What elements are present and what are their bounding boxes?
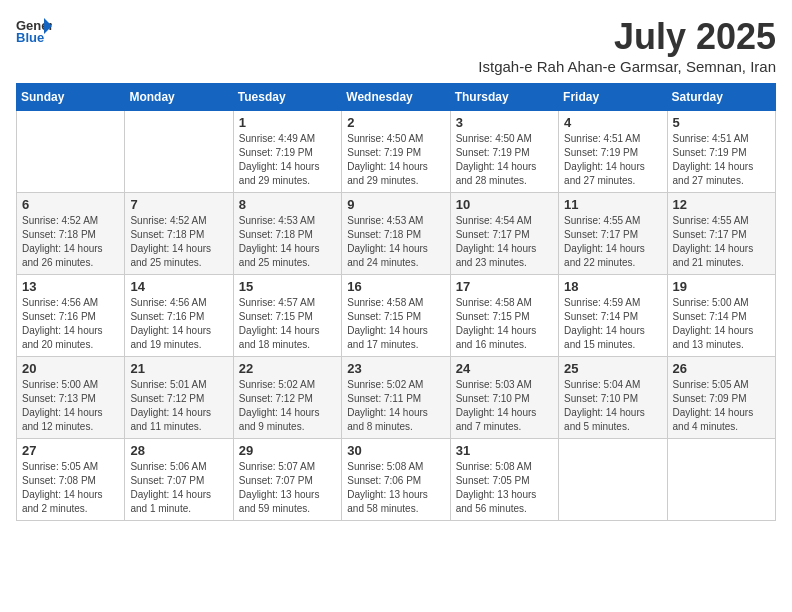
calendar-cell: 24Sunrise: 5:03 AM Sunset: 7:10 PM Dayli… [450, 357, 558, 439]
day-info: Sunrise: 4:59 AM Sunset: 7:14 PM Dayligh… [564, 296, 661, 352]
day-info: Sunrise: 4:56 AM Sunset: 7:16 PM Dayligh… [22, 296, 119, 352]
calendar-cell: 10Sunrise: 4:54 AM Sunset: 7:17 PM Dayli… [450, 193, 558, 275]
day-info: Sunrise: 5:07 AM Sunset: 7:07 PM Dayligh… [239, 460, 336, 516]
day-info: Sunrise: 5:08 AM Sunset: 7:06 PM Dayligh… [347, 460, 444, 516]
calendar-cell: 12Sunrise: 4:55 AM Sunset: 7:17 PM Dayli… [667, 193, 775, 275]
day-info: Sunrise: 5:00 AM Sunset: 7:14 PM Dayligh… [673, 296, 770, 352]
calendar-week-5: 27Sunrise: 5:05 AM Sunset: 7:08 PM Dayli… [17, 439, 776, 521]
day-info: Sunrise: 4:54 AM Sunset: 7:17 PM Dayligh… [456, 214, 553, 270]
calendar-week-1: 1Sunrise: 4:49 AM Sunset: 7:19 PM Daylig… [17, 111, 776, 193]
day-number: 13 [22, 279, 119, 294]
day-info: Sunrise: 4:51 AM Sunset: 7:19 PM Dayligh… [673, 132, 770, 188]
day-info: Sunrise: 4:51 AM Sunset: 7:19 PM Dayligh… [564, 132, 661, 188]
calendar-cell: 29Sunrise: 5:07 AM Sunset: 7:07 PM Dayli… [233, 439, 341, 521]
day-number: 26 [673, 361, 770, 376]
day-info: Sunrise: 5:05 AM Sunset: 7:08 PM Dayligh… [22, 460, 119, 516]
day-info: Sunrise: 5:06 AM Sunset: 7:07 PM Dayligh… [130, 460, 227, 516]
calendar-cell: 4Sunrise: 4:51 AM Sunset: 7:19 PM Daylig… [559, 111, 667, 193]
day-number: 17 [456, 279, 553, 294]
day-info: Sunrise: 4:52 AM Sunset: 7:18 PM Dayligh… [130, 214, 227, 270]
day-number: 8 [239, 197, 336, 212]
day-info: Sunrise: 5:01 AM Sunset: 7:12 PM Dayligh… [130, 378, 227, 434]
day-number: 5 [673, 115, 770, 130]
header-sunday: Sunday [17, 84, 125, 111]
month-title: July 2025 [478, 16, 776, 58]
calendar-cell: 1Sunrise: 4:49 AM Sunset: 7:19 PM Daylig… [233, 111, 341, 193]
day-number: 4 [564, 115, 661, 130]
day-number: 1 [239, 115, 336, 130]
calendar-cell: 21Sunrise: 5:01 AM Sunset: 7:12 PM Dayli… [125, 357, 233, 439]
day-number: 19 [673, 279, 770, 294]
calendar-week-2: 6Sunrise: 4:52 AM Sunset: 7:18 PM Daylig… [17, 193, 776, 275]
day-number: 16 [347, 279, 444, 294]
location-title: Istgah-e Rah Ahan-e Garmsar, Semnan, Ira… [478, 58, 776, 75]
calendar-cell: 11Sunrise: 4:55 AM Sunset: 7:17 PM Dayli… [559, 193, 667, 275]
day-info: Sunrise: 4:55 AM Sunset: 7:17 PM Dayligh… [564, 214, 661, 270]
calendar-header: Sunday Monday Tuesday Wednesday Thursday… [17, 84, 776, 111]
header-saturday: Saturday [667, 84, 775, 111]
day-number: 6 [22, 197, 119, 212]
day-number: 18 [564, 279, 661, 294]
day-info: Sunrise: 4:53 AM Sunset: 7:18 PM Dayligh… [239, 214, 336, 270]
day-number: 22 [239, 361, 336, 376]
day-number: 29 [239, 443, 336, 458]
day-number: 24 [456, 361, 553, 376]
day-number: 21 [130, 361, 227, 376]
calendar-cell [667, 439, 775, 521]
calendar-cell: 18Sunrise: 4:59 AM Sunset: 7:14 PM Dayli… [559, 275, 667, 357]
day-number: 31 [456, 443, 553, 458]
calendar-cell: 22Sunrise: 5:02 AM Sunset: 7:12 PM Dayli… [233, 357, 341, 439]
calendar-cell [125, 111, 233, 193]
calendar-cell: 17Sunrise: 4:58 AM Sunset: 7:15 PM Dayli… [450, 275, 558, 357]
calendar-cell: 28Sunrise: 5:06 AM Sunset: 7:07 PM Dayli… [125, 439, 233, 521]
day-info: Sunrise: 5:03 AM Sunset: 7:10 PM Dayligh… [456, 378, 553, 434]
calendar-cell: 27Sunrise: 5:05 AM Sunset: 7:08 PM Dayli… [17, 439, 125, 521]
calendar-cell: 30Sunrise: 5:08 AM Sunset: 7:06 PM Dayli… [342, 439, 450, 521]
day-info: Sunrise: 4:53 AM Sunset: 7:18 PM Dayligh… [347, 214, 444, 270]
day-info: Sunrise: 4:56 AM Sunset: 7:16 PM Dayligh… [130, 296, 227, 352]
calendar-table: Sunday Monday Tuesday Wednesday Thursday… [16, 83, 776, 521]
day-info: Sunrise: 5:02 AM Sunset: 7:12 PM Dayligh… [239, 378, 336, 434]
day-info: Sunrise: 5:04 AM Sunset: 7:10 PM Dayligh… [564, 378, 661, 434]
calendar-cell [559, 439, 667, 521]
calendar-cell: 13Sunrise: 4:56 AM Sunset: 7:16 PM Dayli… [17, 275, 125, 357]
logo: General Blue [16, 16, 52, 44]
calendar-cell: 3Sunrise: 4:50 AM Sunset: 7:19 PM Daylig… [450, 111, 558, 193]
day-number: 14 [130, 279, 227, 294]
day-number: 2 [347, 115, 444, 130]
calendar-cell: 7Sunrise: 4:52 AM Sunset: 7:18 PM Daylig… [125, 193, 233, 275]
day-number: 11 [564, 197, 661, 212]
day-number: 15 [239, 279, 336, 294]
day-info: Sunrise: 5:08 AM Sunset: 7:05 PM Dayligh… [456, 460, 553, 516]
header-thursday: Thursday [450, 84, 558, 111]
calendar-body: 1Sunrise: 4:49 AM Sunset: 7:19 PM Daylig… [17, 111, 776, 521]
calendar-cell: 15Sunrise: 4:57 AM Sunset: 7:15 PM Dayli… [233, 275, 341, 357]
calendar-cell: 23Sunrise: 5:02 AM Sunset: 7:11 PM Dayli… [342, 357, 450, 439]
day-info: Sunrise: 4:55 AM Sunset: 7:17 PM Dayligh… [673, 214, 770, 270]
calendar-cell: 2Sunrise: 4:50 AM Sunset: 7:19 PM Daylig… [342, 111, 450, 193]
day-number: 7 [130, 197, 227, 212]
day-number: 9 [347, 197, 444, 212]
day-info: Sunrise: 5:00 AM Sunset: 7:13 PM Dayligh… [22, 378, 119, 434]
day-info: Sunrise: 4:58 AM Sunset: 7:15 PM Dayligh… [347, 296, 444, 352]
calendar-cell: 20Sunrise: 5:00 AM Sunset: 7:13 PM Dayli… [17, 357, 125, 439]
day-number: 28 [130, 443, 227, 458]
day-info: Sunrise: 4:49 AM Sunset: 7:19 PM Dayligh… [239, 132, 336, 188]
day-info: Sunrise: 4:50 AM Sunset: 7:19 PM Dayligh… [456, 132, 553, 188]
day-number: 30 [347, 443, 444, 458]
page-header: General Blue July 2025 Istgah-e Rah Ahan… [16, 16, 776, 75]
day-info: Sunrise: 4:57 AM Sunset: 7:15 PM Dayligh… [239, 296, 336, 352]
logo-icon: General Blue [16, 16, 52, 44]
calendar-cell: 9Sunrise: 4:53 AM Sunset: 7:18 PM Daylig… [342, 193, 450, 275]
day-number: 23 [347, 361, 444, 376]
day-number: 27 [22, 443, 119, 458]
header-friday: Friday [559, 84, 667, 111]
day-info: Sunrise: 4:58 AM Sunset: 7:15 PM Dayligh… [456, 296, 553, 352]
calendar-cell [17, 111, 125, 193]
calendar-cell: 26Sunrise: 5:05 AM Sunset: 7:09 PM Dayli… [667, 357, 775, 439]
calendar-cell: 25Sunrise: 5:04 AM Sunset: 7:10 PM Dayli… [559, 357, 667, 439]
day-info: Sunrise: 5:05 AM Sunset: 7:09 PM Dayligh… [673, 378, 770, 434]
calendar-cell: 8Sunrise: 4:53 AM Sunset: 7:18 PM Daylig… [233, 193, 341, 275]
calendar-cell: 31Sunrise: 5:08 AM Sunset: 7:05 PM Dayli… [450, 439, 558, 521]
title-area: July 2025 Istgah-e Rah Ahan-e Garmsar, S… [478, 16, 776, 75]
